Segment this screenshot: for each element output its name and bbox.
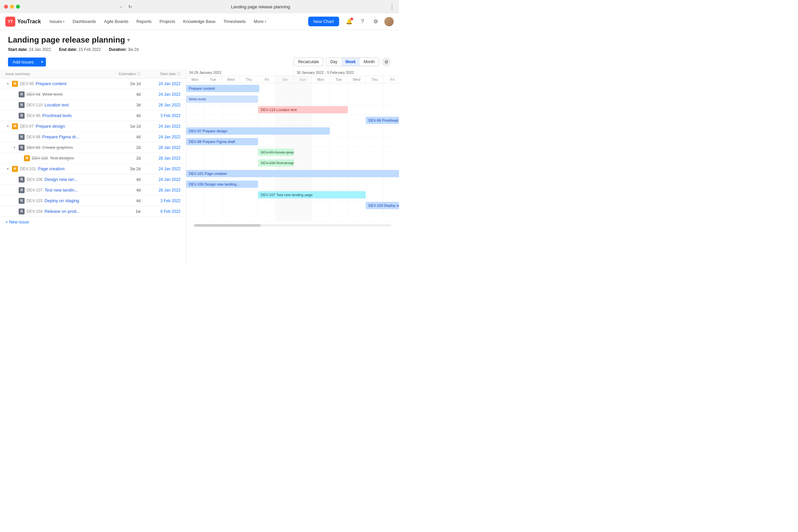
gantt-day-label: Wed <box>222 76 240 83</box>
gantt-bar[interactable]: DEV-98 Prepare Figma draft <box>186 138 258 145</box>
gantt-cell <box>258 200 276 210</box>
gantt-cell <box>384 179 399 189</box>
gantt-row-bg <box>186 211 399 221</box>
gantt-bar[interactable]: DEV-96 Proofread texts <box>366 117 399 124</box>
issue-start-date[interactable]: 24 Jan 2022 <box>141 124 180 129</box>
expand-btn[interactable]: ▾ <box>5 81 10 86</box>
gantt-bar[interactable]: DEV-106 Design new landing... <box>186 180 258 188</box>
nav-knowledge-base[interactable]: Knowledge Base <box>180 17 219 26</box>
notifications-btn[interactable]: 🔔 <box>344 17 354 26</box>
issue-start-date[interactable]: 28 Jan 2022 <box>141 156 180 160</box>
issue-summary: N DEV-94 Write texts <box>5 92 108 97</box>
issue-start-date[interactable]: 24 Jan 2022 <box>141 135 180 139</box>
startdate-info-icon[interactable]: ⓘ <box>177 71 180 76</box>
issue-title[interactable]: Page creation <box>38 166 64 171</box>
close-btn[interactable] <box>4 5 8 8</box>
gantt-cell <box>204 190 222 200</box>
refresh-btn[interactable]: ↻ <box>128 4 132 9</box>
issue-start-date[interactable]: 24 Jan 2022 <box>141 81 180 86</box>
gantt-cell <box>384 126 399 136</box>
user-avatar[interactable] <box>384 17 394 26</box>
gantt-settings-btn[interactable]: ⚙ <box>382 57 391 66</box>
issue-title[interactable]: Test designs <box>50 156 74 160</box>
gantt-bar[interactable]: DEV-107 Test new landing page <box>258 191 366 198</box>
gantt-bar[interactable]: Prepare content <box>186 85 259 92</box>
issue-start-date[interactable]: 28 Jan 2022 <box>141 145 180 150</box>
gantt-bar[interactable]: DEV-97 Prepare design <box>186 127 330 135</box>
month-view-btn[interactable]: Month <box>360 58 379 66</box>
maximize-btn[interactable] <box>16 5 20 8</box>
nav-more[interactable]: More ▾ <box>250 17 270 26</box>
issue-start-date[interactable]: 3 Feb 2022 <box>141 198 180 203</box>
estimation-info-icon[interactable]: ⓘ <box>137 71 141 76</box>
add-issues-group: Add issues ▾ <box>8 58 46 66</box>
help-btn[interactable]: ? <box>358 17 367 26</box>
back-btn[interactable]: ← <box>119 4 123 9</box>
gantt-cell <box>222 200 240 210</box>
issue-title[interactable]: Prepare Figma dr... <box>42 134 79 139</box>
new-chart-button[interactable]: New Chart <box>308 17 339 26</box>
gantt-bar[interactable]: DEV-110 Localize text <box>258 106 348 113</box>
gantt-cell <box>366 190 384 200</box>
issue-title[interactable]: Deploy on staging <box>44 198 79 203</box>
issue-start-date[interactable]: 24 Jan 2022 <box>141 167 180 171</box>
more-btn[interactable]: ⋮ <box>389 3 395 10</box>
new-issue-button[interactable]: + New issue <box>0 217 186 227</box>
priority-badge: N <box>19 134 25 140</box>
week-view-btn[interactable]: Week <box>341 58 360 66</box>
minimize-btn[interactable] <box>10 5 14 8</box>
nav-dashboards[interactable]: Dashboards <box>69 17 99 26</box>
expand-btn[interactable]: ▾ <box>5 124 10 129</box>
nav-issues[interactable]: Issues ▾ <box>46 17 68 26</box>
issue-title[interactable]: Design new lan... <box>44 177 78 182</box>
gantt-day-label: Wed <box>348 76 366 83</box>
issue-title[interactable]: Write texts <box>42 92 62 97</box>
table-row: ▾ M DEV-97 Prepare design 1w 1d 24 Jan 2… <box>0 121 186 132</box>
issue-title[interactable]: Release on prod... <box>44 209 80 214</box>
gantt-bar[interactable]: DEV-99 Create graphics <box>258 149 294 156</box>
issue-title[interactable]: Create graphics <box>42 145 73 150</box>
expand-btn[interactable]: ▾ <box>5 167 10 171</box>
issue-start-date[interactable]: 9 Feb 2022 <box>141 209 180 214</box>
gantt-cell <box>348 136 366 147</box>
issue-start-date[interactable]: 28 Jan 2022 <box>141 103 180 108</box>
day-view-btn[interactable]: Day <box>326 58 341 66</box>
gantt-cell <box>186 104 204 115</box>
issue-start-date[interactable]: 24 Jan 2022 <box>141 92 180 97</box>
gantt-row: DEV-98 Prepare Figma draft <box>186 136 399 147</box>
gantt-scrollbar[interactable] <box>186 222 399 229</box>
table-row: N DEV-96 Proofread texts 4d 3 Feb 2022 <box>0 110 186 121</box>
gantt-bar[interactable]: DEV-103 Deploy on staging <box>366 202 399 209</box>
issue-start-date[interactable]: 28 Jan 2022 <box>141 188 180 192</box>
gantt-row <box>186 211 399 222</box>
gantt-cell <box>330 200 348 210</box>
issue-start-date[interactable]: 24 Jan 2022 <box>141 177 180 182</box>
issue-title[interactable]: Localize text <box>44 102 69 108</box>
issue-title[interactable]: Proofread texts <box>42 113 72 118</box>
logo[interactable]: YT YouTrack <box>5 17 41 26</box>
gantt-bar[interactable]: DEV-100 Test designs <box>258 159 294 167</box>
issue-start-date[interactable]: 3 Feb 2022 <box>141 113 180 118</box>
gantt-cell <box>366 126 384 136</box>
gantt-panel[interactable]: 24-29 January 202230 January 2022 - 5 Fe… <box>186 69 399 266</box>
issue-summary: N DEV-110 Localize text <box>5 102 108 108</box>
add-issues-button[interactable]: Add issues <box>8 58 39 66</box>
gantt-bar[interactable]: Write texts <box>186 95 258 103</box>
nav-projects[interactable]: Projects <box>156 17 178 26</box>
recalculate-button[interactable]: Recalculate <box>293 58 323 66</box>
nav-timesheets[interactable]: Timesheets <box>220 17 249 26</box>
page-title-chevron[interactable]: ▾ <box>127 36 130 43</box>
issue-estimation: 4d <box>108 135 141 139</box>
add-issues-dropdown[interactable]: ▾ <box>39 58 46 66</box>
nav-agile-boards[interactable]: Agile Boards <box>101 17 132 26</box>
gantt-row: DEV-99 Create graphics <box>186 147 399 158</box>
issue-title[interactable]: Prepare design <box>36 124 65 129</box>
issue-title[interactable]: Prepare content <box>36 81 66 86</box>
expand-btn[interactable]: ▾ <box>12 145 17 150</box>
issue-summary: ▾ M DEV-95 Prepare content <box>5 81 108 87</box>
gantt-bar[interactable]: DEV-101 Page creation <box>186 170 399 177</box>
settings-btn[interactable]: ⚙ <box>371 17 380 26</box>
issue-title[interactable]: Test new landin... <box>44 188 78 192</box>
nav-reports[interactable]: Reports <box>133 17 155 26</box>
table-row: N DEV-106 Design new lan... 4d 24 Jan 20… <box>0 174 186 185</box>
